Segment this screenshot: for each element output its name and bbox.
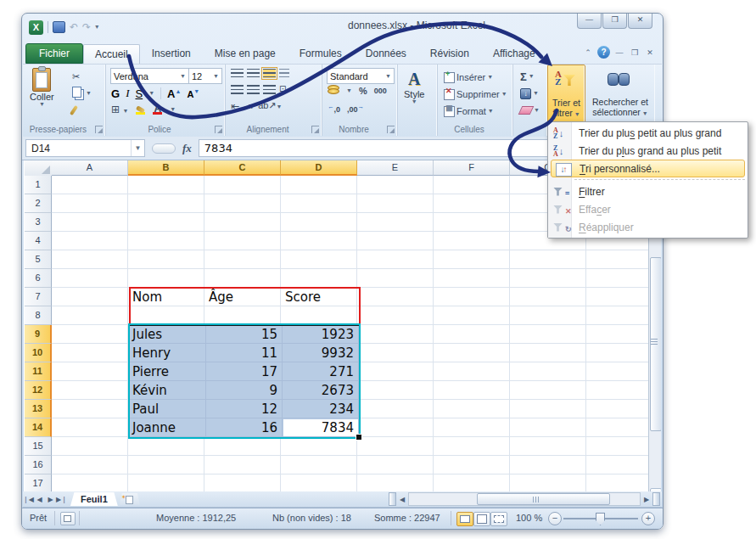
menu-item-r-appliquer[interactable]: ↻Réappliquer	[549, 218, 747, 236]
menu-item-trier-du-plus-petit-au-plus-grand[interactable]: AZ↓Trier du plus petit au plus grand	[549, 124, 747, 142]
row-header-7[interactable]: 7	[25, 288, 52, 306]
align-center-icon[interactable]	[247, 85, 260, 94]
underline-button[interactable]: S	[135, 87, 143, 100]
collapse-ribbon-icon[interactable]: ⌃	[582, 48, 594, 57]
normal-view-icon[interactable]	[456, 512, 473, 526]
cell-B7[interactable]: Nom	[132, 288, 162, 306]
supprimer-button[interactable]: ✕Supprimer▼	[442, 86, 509, 103]
cell-B13[interactable]: Paul	[132, 400, 159, 418]
row-header-15[interactable]: 15	[25, 437, 52, 456]
column-header-D[interactable]: D	[281, 160, 357, 176]
cell-C10[interactable]: 11	[206, 344, 277, 362]
doc-restore-icon[interactable]: ❒	[629, 48, 641, 57]
wrap-text-icon[interactable]	[279, 69, 289, 78]
cut-button[interactable]: ✂	[70, 68, 93, 85]
cell-C11[interactable]: 17	[206, 362, 277, 381]
select-all-corner[interactable]	[25, 160, 53, 177]
help-icon[interactable]: ?	[597, 46, 610, 59]
style-button[interactable]: A Style ▼	[404, 70, 424, 104]
dropdown-arrow-icon[interactable]: ▼	[170, 107, 176, 112]
menu-item-effacer[interactable]: ✕Effacer	[549, 200, 747, 218]
cell-B14[interactable]: Joanne	[132, 418, 176, 437]
cell-C7[interactable]: Âge	[209, 288, 233, 306]
horizontal-scroll-thumb[interactable]	[477, 493, 610, 505]
thousands-button[interactable]: 000	[374, 87, 387, 95]
cell-D13[interactable]: 234	[283, 400, 354, 418]
row-header-8[interactable]: 8	[25, 306, 52, 325]
row-header-2[interactable]: 2	[25, 194, 52, 213]
cell-D12[interactable]: 2673	[283, 381, 354, 400]
copy-button[interactable]: ▼	[70, 85, 93, 102]
cell-D14[interactable]: 7834	[283, 418, 354, 437]
last-sheet-icon[interactable]: ▶❘	[56, 496, 67, 503]
percent-button[interactable]: %	[359, 86, 367, 96]
cell-D10[interactable]: 9932	[283, 344, 354, 362]
align-right-icon[interactable]	[263, 85, 276, 94]
zoom-out-icon[interactable]: −	[548, 512, 562, 525]
dropdown-arrow-icon[interactable]: ▼	[346, 88, 352, 93]
cell-C12[interactable]: 9	[206, 381, 277, 400]
dialog-launcher-icon[interactable]	[311, 126, 319, 133]
column-header-A[interactable]: A	[52, 160, 128, 176]
tab-formules[interactable]: Formules	[288, 43, 354, 64]
restore-button[interactable]: ❒	[602, 14, 627, 29]
cell-B9[interactable]: Jules	[132, 325, 162, 344]
macro-record-icon[interactable]	[60, 512, 76, 525]
dropdown-arrow-icon[interactable]: ▼	[148, 91, 154, 96]
cell-D11[interactable]: 271	[283, 362, 354, 381]
tab-mise-en-page[interactable]: Mise en page	[203, 43, 288, 64]
tab-split-handle[interactable]	[389, 492, 396, 506]
insert-sheet-icon[interactable]	[120, 493, 140, 505]
hscroll-right-icon[interactable]: ▶	[641, 496, 652, 503]
zoom-in-icon[interactable]: +	[641, 512, 655, 525]
format-painter-button[interactable]	[70, 102, 93, 119]
borders-button[interactable]: ⊞ ▼	[111, 104, 128, 115]
dialog-launcher-icon[interactable]	[215, 126, 222, 133]
shrink-font-button[interactable]: A▼	[187, 88, 199, 99]
increase-decimal-button[interactable]: ←,0	[328, 103, 340, 114]
row-header-14[interactable]: 14	[25, 418, 52, 437]
cell-C14[interactable]: 16	[206, 418, 277, 437]
row-header-10[interactable]: 10	[25, 344, 52, 362]
font-color-button[interactable]: A	[153, 104, 162, 115]
grow-font-button[interactable]: A▲	[167, 87, 181, 100]
bold-button[interactable]: G	[111, 87, 120, 100]
format-button[interactable]: ▦Format▼	[442, 103, 509, 120]
row-header-17[interactable]: 17	[25, 474, 52, 491]
name-box[interactable]: D14 ▼	[25, 139, 145, 157]
align-left-icon[interactable]	[231, 85, 244, 94]
doc-minimize-icon[interactable]: —	[613, 48, 625, 57]
cell-B10[interactable]: Henry	[132, 344, 171, 362]
minimize-button[interactable]: —	[577, 14, 602, 29]
row-header-6[interactable]: 6	[25, 269, 52, 288]
font-size-combo[interactable]: 12▼	[188, 68, 222, 84]
insérer-button[interactable]: +Insérer▼	[442, 69, 509, 86]
zoom-slider-thumb[interactable]	[596, 513, 605, 525]
next-sheet-icon[interactable]: ▶	[45, 496, 56, 503]
autosum-button[interactable]: Σ▼	[518, 68, 536, 85]
tab-données[interactable]: Données	[354, 43, 418, 64]
hscroll-left-icon[interactable]: ◀	[396, 496, 408, 503]
tab-affichage[interactable]: Affichage	[481, 43, 547, 64]
cell-C9[interactable]: 15	[206, 325, 277, 344]
cell-D9[interactable]: 1923	[283, 325, 354, 344]
row-header-12[interactable]: 12	[25, 381, 52, 400]
align-top-icon[interactable]	[231, 69, 244, 78]
align-middle-icon[interactable]	[247, 69, 260, 78]
column-header-F[interactable]: F	[434, 160, 510, 176]
row-header-5[interactable]: 5	[25, 250, 52, 269]
row-header-11[interactable]: 11	[25, 362, 52, 381]
align-bottom-icon[interactable]	[263, 69, 276, 78]
cell-D7[interactable]: Score	[285, 288, 321, 306]
orientation-icon[interactable]: ab↗▼	[258, 100, 282, 112]
sheet-tab-feuil1[interactable]: Feuil1	[70, 492, 118, 506]
increase-indent-icon[interactable]: ⇥	[244, 100, 253, 112]
insert-function-icon[interactable]: fx	[182, 142, 192, 155]
paste-button[interactable]: Coller ▼	[30, 68, 54, 107]
first-sheet-icon[interactable]: ❘◀	[23, 496, 34, 503]
name-box-dropdown-icon[interactable]: ▼	[131, 140, 144, 156]
prev-sheet-icon[interactable]: ◀	[34, 496, 45, 503]
page-break-view-icon[interactable]	[490, 512, 507, 526]
menu-item-filtrer[interactable]: =Filtrer	[549, 182, 747, 200]
cell-B11[interactable]: Pierre	[132, 362, 169, 381]
